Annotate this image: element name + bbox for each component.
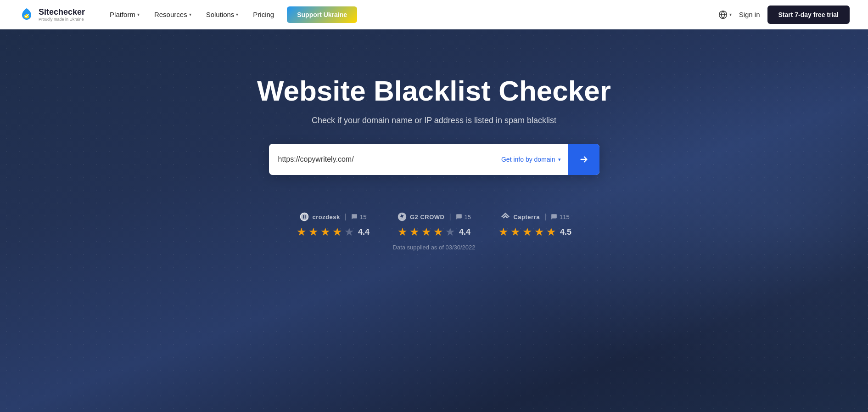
crozdesk-label: crozdesk (312, 214, 340, 220)
rating-score: 4.4 (358, 227, 370, 237)
nav-links: Platform ▾ Resources ▾ Solutions ▾ Prici… (103, 6, 718, 23)
star-5: ★ (445, 226, 455, 238)
star-4: ★ (332, 226, 342, 238)
chevron-down-icon: ▾ (189, 12, 191, 17)
star-3: ★ (522, 226, 532, 238)
nav-solutions[interactable]: Solutions ▾ (200, 7, 245, 22)
comment-icon (351, 214, 358, 220)
star-1: ★ (297, 226, 307, 238)
star-3: ★ (320, 226, 330, 238)
search-input[interactable] (278, 155, 494, 164)
hero-subtitle: Check if your domain name or IP address … (312, 116, 556, 125)
logo[interactable]: Sitechecker Proudly made in Ukraine (18, 6, 85, 23)
search-button[interactable] (568, 144, 599, 175)
star-4: ★ (534, 226, 544, 238)
rating-g2: G2 CROWD | 15 ★ ★ ★ ★ ★ 4.4 (397, 212, 471, 238)
data-supplied: Data supplied as of 03/30/2022 (393, 244, 476, 251)
hero-content: Website Blacklist Checker Check if your … (0, 75, 868, 175)
star-1: ★ (498, 226, 509, 238)
nav-pricing[interactable]: Pricing (246, 7, 280, 22)
logo-icon (18, 6, 35, 23)
arrow-right-icon (579, 154, 589, 164)
trial-button[interactable]: Start 7-day free trial (767, 6, 850, 24)
navbar: Sitechecker Proudly made in Ukraine Plat… (0, 0, 868, 29)
signin-link[interactable]: Sign in (739, 11, 760, 18)
star-4: ★ (433, 226, 443, 238)
g2-icon (397, 212, 407, 222)
star-3: ★ (421, 226, 431, 238)
rating-capterra: Capterra | 115 ★ ★ ★ ★ ★ 4.5 (498, 212, 571, 238)
capterra-icon (500, 212, 510, 222)
rating-score: 4.5 (560, 227, 571, 237)
rating-score: 4.4 (459, 227, 470, 237)
star-5: ★ (546, 226, 556, 238)
comment-icon (456, 214, 462, 220)
stars-row: ★ ★ ★ ★ ★ 4.4 (297, 226, 370, 238)
domain-selector-label: Get info by domain (501, 156, 555, 163)
stars-row: ★ ★ ★ ★ ★ 4.4 (398, 226, 470, 238)
chevron-down-icon: ▾ (137, 12, 140, 17)
nav-platform[interactable]: Platform ▾ (103, 7, 146, 22)
star-1: ★ (398, 226, 408, 238)
nav-right: ▾ Sign in Start 7-day free trial (718, 6, 850, 24)
chevron-down-icon: ▾ (729, 12, 732, 17)
star-5: ★ (344, 226, 354, 238)
capterra-label: Capterra (513, 214, 539, 220)
stars-row: ★ ★ ★ ★ ★ 4.5 (498, 226, 571, 238)
rating-crozdesk: crozdesk | 15 ★ ★ ★ ★ ★ 4.4 (297, 212, 370, 238)
globe-icon (718, 10, 728, 19)
language-selector[interactable]: ▾ (718, 10, 732, 19)
domain-selector[interactable]: Get info by domain ▾ (494, 156, 568, 163)
ratings-section: crozdesk | 15 ★ ★ ★ ★ ★ 4.4 (297, 212, 571, 238)
star-2: ★ (510, 226, 521, 238)
crozdesk-icon (299, 212, 309, 222)
search-box: Get info by domain ▾ (269, 144, 599, 175)
nav-resources[interactable]: Resources ▾ (148, 7, 198, 22)
star-2: ★ (409, 226, 420, 238)
star-2: ★ (308, 226, 319, 238)
logo-tagline: Proudly made in Ukraine (39, 17, 85, 22)
hero-section: Website Blacklist Checker Check if your … (0, 29, 868, 412)
g2-label: G2 CROWD (410, 214, 445, 220)
support-ukraine-button[interactable]: Support Ukraine (287, 6, 357, 23)
chevron-down-icon: ▾ (558, 157, 561, 163)
chevron-down-icon: ▾ (236, 12, 238, 17)
comment-icon (551, 214, 557, 220)
hero-title: Website Blacklist Checker (257, 75, 611, 107)
logo-name: Sitechecker (39, 7, 85, 17)
